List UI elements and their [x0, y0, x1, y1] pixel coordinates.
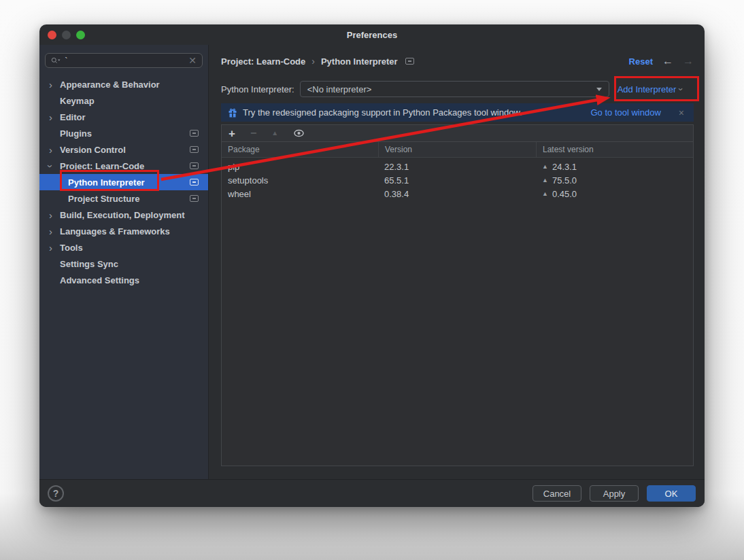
sidebar-item-version-control[interactable]: › Version Control — [39, 141, 208, 158]
sidebar-item-python-interpreter[interactable]: Python Interpreter — [39, 174, 208, 190]
preferences-window: Preferences ✕ › Appearance & Behavior — [39, 24, 705, 507]
upgrade-available-icon: ▲ — [542, 163, 548, 170]
close-window-button[interactable] — [48, 31, 56, 39]
traffic-lights — [48, 31, 85, 39]
chevron-right-icon[interactable]: › — [49, 145, 60, 155]
sidebar-item-appearance-behavior[interactable]: › Appearance & Behavior — [39, 76, 208, 92]
current-project-screen-icon — [190, 162, 199, 169]
upgrade-available-icon: ▲ — [542, 190, 548, 197]
table-row-setuptools[interactable]: setuptools 65.5.1 ▲75.5.0 — [222, 173, 693, 187]
help-button[interactable]: ? — [48, 485, 64, 502]
reset-button[interactable]: Reset — [629, 56, 653, 67]
settings-content: Project: Learn-Code › Python Interpreter… — [209, 45, 705, 479]
go-to-tool-window-link[interactable]: Go to tool window — [590, 107, 660, 118]
breadcrumb: Project: Learn-Code › Python Interpreter… — [221, 54, 694, 68]
minimize-window-button[interactable] — [62, 31, 71, 39]
search-input[interactable] — [65, 56, 184, 66]
sidebar-item-languages-frameworks[interactable]: › Languages & Frameworks — [39, 223, 208, 239]
sidebar-item-project-structure[interactable]: Project Structure — [39, 190, 208, 207]
chevron-down-icon: › — [676, 88, 686, 90]
zoom-window-button[interactable] — [76, 31, 85, 39]
sidebar-item-build-execution-deployment[interactable]: › Build, Execution, Deployment — [39, 207, 208, 223]
window-title: Preferences — [347, 30, 397, 40]
packages-table-header: Package Version Latest version — [222, 142, 693, 158]
interpreter-label: Python Interpreter: — [221, 84, 294, 94]
chevron-right-icon[interactable]: › — [49, 226, 60, 237]
table-row-pip[interactable]: pip 22.3.1 ▲24.3.1 — [222, 160, 693, 173]
breadcrumb-project[interactable]: Project: Learn-Code — [221, 56, 305, 67]
current-project-screen-icon — [190, 130, 199, 137]
upgrade-available-icon: ▲ — [542, 177, 548, 183]
packaging-banner: Try the redesigned packaging support in … — [221, 103, 694, 122]
cancel-button[interactable]: Cancel — [532, 485, 581, 502]
interpreter-value: <No interpreter> — [307, 84, 596, 94]
chevron-right-icon[interactable]: › — [49, 80, 60, 90]
packages-panel: + − ▲ Package Version Latest version — [221, 124, 694, 466]
upgrade-package-icon: ▲ — [271, 130, 278, 137]
settings-search-field[interactable]: ✕ — [45, 53, 203, 68]
dropdown-caret-icon — [596, 88, 602, 91]
sidebar-item-keymap[interactable]: Keymap — [39, 92, 208, 109]
forward-arrow-icon: → — [683, 56, 694, 67]
sidebar-item-editor[interactable]: › Editor — [39, 109, 208, 125]
page-title: Python Interpreter — [321, 56, 398, 67]
show-early-releases-icon[interactable] — [293, 129, 305, 137]
chevron-down-icon[interactable]: › — [49, 161, 60, 171]
sidebar-item-settings-sync[interactable]: Settings Sync — [39, 256, 208, 272]
add-interpreter-button[interactable]: Add Interpreter › — [618, 84, 683, 94]
packages-toolbar: + − ▲ — [222, 125, 693, 142]
search-icon — [51, 56, 61, 65]
current-project-screen-icon — [190, 179, 199, 186]
current-project-screen-icon — [190, 146, 199, 153]
back-arrow-icon[interactable]: ← — [662, 56, 673, 67]
banner-close-icon[interactable]: × — [679, 107, 684, 118]
settings-sidebar: ✕ › Appearance & Behavior Keymap › Edito… — [39, 45, 209, 479]
chevron-right-icon[interactable]: › — [49, 112, 60, 122]
sidebar-item-project-learn-code[interactable]: › Project: Learn-Code — [39, 158, 208, 174]
banner-text: Try the redesigned packaging support in … — [243, 107, 522, 118]
ok-button[interactable]: OK — [647, 485, 696, 502]
add-package-icon[interactable]: + — [229, 128, 235, 139]
apply-button[interactable]: Apply — [590, 485, 639, 502]
gift-icon — [228, 108, 237, 118]
interpreter-row: Python Interpreter: <No interpreter> Add… — [221, 81, 694, 97]
title-bar[interactable]: Preferences — [39, 24, 705, 45]
dialog-footer: ? Cancel Apply OK — [39, 479, 705, 507]
table-row-wheel[interactable]: wheel 0.38.4 ▲0.45.0 — [222, 187, 693, 200]
settings-tree: › Appearance & Behavior Keymap › Editor … — [39, 76, 208, 288]
column-header-latest-version[interactable]: Latest version — [536, 142, 693, 157]
chevron-right-icon[interactable]: › — [49, 243, 60, 253]
sidebar-item-plugins[interactable]: Plugins — [39, 125, 208, 141]
column-header-package[interactable]: Package — [222, 142, 378, 157]
column-header-version[interactable]: Version — [378, 142, 536, 157]
clear-search-icon[interactable]: ✕ — [188, 55, 197, 66]
sidebar-item-advanced-settings[interactable]: Advanced Settings — [39, 272, 208, 288]
sidebar-item-tools[interactable]: › Tools — [39, 239, 208, 256]
packages-table-body: pip 22.3.1 ▲24.3.1 setuptools 65.5.1 ▲75… — [222, 158, 693, 200]
chevron-right-icon[interactable]: › — [49, 210, 60, 220]
current-project-screen-icon — [190, 195, 199, 202]
current-project-screen-icon — [405, 58, 414, 65]
breadcrumb-separator-icon: › — [311, 56, 315, 67]
remove-package-icon: − — [250, 128, 256, 139]
interpreter-dropdown[interactable]: <No interpreter> — [300, 81, 609, 97]
